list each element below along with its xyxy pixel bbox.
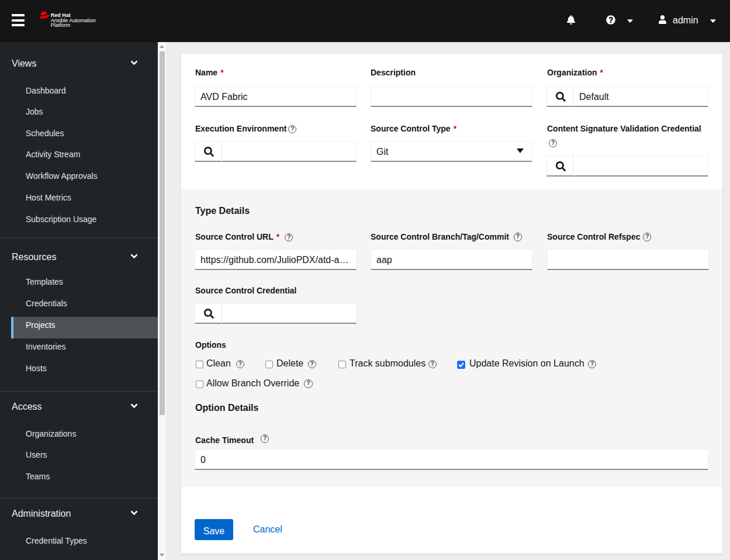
svg-text:Red Hat: Red Hat	[51, 12, 71, 18]
svg-text:Platform: Platform	[51, 22, 71, 28]
